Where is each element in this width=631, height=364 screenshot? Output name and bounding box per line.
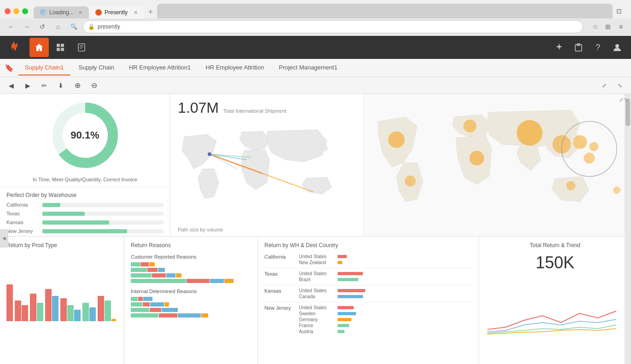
fullscreen-button[interactable]: ⤢: [598, 79, 611, 92]
left-panel-handle[interactable]: ◀: [0, 229, 8, 248]
dashboard: 90.1% In Time, Meet Quality/Quantity, Co…: [0, 94, 631, 364]
close-tab-presently[interactable]: ✕: [134, 10, 138, 16]
flame-icon: [7, 40, 21, 54]
app-bar-right: ?: [551, 39, 625, 56]
toolbar-zoom-out-button[interactable]: ⊖: [88, 79, 100, 92]
browser-tabs: Loading... ✕ Presently ✕ +: [34, 4, 613, 18]
close-button[interactable]: [5, 8, 11, 14]
toolbar-edit-button[interactable]: ✏: [38, 79, 51, 92]
return-wh-table: California United States New Zealand: [258, 252, 479, 336]
sparkle-button[interactable]: [551, 39, 567, 56]
app-nav-icons: [29, 38, 91, 57]
donut-label: In Time, Meet Quality/Quantity, Correct …: [33, 177, 137, 182]
new-tab-button[interactable]: +: [144, 6, 157, 18]
minimize-button[interactable]: [13, 8, 19, 14]
internal-reasons-title: Internal Determined Reasons: [131, 289, 251, 294]
shipment-panel: 1.07M Total International Shipment: [170, 94, 364, 236]
search-button[interactable]: 🔍: [67, 20, 80, 33]
close-tab-loading[interactable]: ✕: [78, 10, 82, 16]
traffic-lights: [5, 8, 28, 14]
warehouse-bar-container: [42, 203, 164, 207]
back-button[interactable]: ←: [5, 20, 18, 33]
svg-point-10: [615, 44, 619, 48]
return-prod-title: Return by Prod Type: [0, 237, 124, 252]
tab-hr-attrition[interactable]: HR Employee Attrition: [199, 60, 270, 75]
grid-nav-button[interactable]: [51, 38, 70, 57]
address-text: presently: [98, 23, 120, 30]
tab-hr-attrition1[interactable]: HR Employee Attrition1: [123, 60, 197, 75]
menu-button[interactable]: ≡: [615, 21, 626, 32]
toolbar: ◀ ▶ ✏ ⬇ ⊕ ⊖ ⤢ ⤡: [0, 77, 631, 94]
bookmark-star-button[interactable]: ☆: [590, 21, 601, 32]
return-prod-panel: Return by Prod Type: [0, 237, 124, 364]
forward-button[interactable]: →: [20, 20, 33, 33]
wh-row-california: California United States New Zealand: [264, 254, 472, 268]
donut-value: 90.1%: [70, 129, 99, 141]
svg-point-32: [589, 142, 598, 151]
browser-actions: ☆ ⊞ ≡: [590, 21, 626, 32]
clipboard-button[interactable]: [570, 39, 587, 56]
fullscreen-exit-button[interactable]: ⤡: [613, 79, 626, 92]
restore-window-button[interactable]: ⊡: [616, 7, 622, 15]
customer-reasons-title: Customer Reported Reasons: [131, 254, 251, 260]
help-button[interactable]: ?: [590, 39, 606, 56]
maximize-button[interactable]: [22, 8, 28, 14]
svg-point-25: [469, 151, 484, 166]
svg-rect-2: [57, 48, 60, 51]
refresh-button[interactable]: ↺: [36, 20, 49, 33]
shipment-map: [170, 118, 363, 225]
expand-icon[interactable]: ⤢⤡: [619, 97, 628, 103]
address-bar[interactable]: 🔒 presently: [83, 20, 583, 33]
warehouse-bar-row: California: [6, 202, 164, 208]
warehouse-bar-container: [42, 212, 164, 216]
browser-nav: ← → ↺ ⌂ 🔍 🔒 presently ☆ ⊞ ≡: [0, 18, 631, 36]
toolbar-next-button[interactable]: ▶: [21, 79, 34, 92]
total-return-panel: Total Return & Trend 150K: [479, 237, 631, 364]
warehouse-bar: [42, 220, 109, 225]
shipment-header: 1.07M Total International Shipment: [170, 94, 363, 118]
svg-point-24: [463, 120, 476, 133]
warehouse-bar: [42, 212, 85, 216]
browser-tab-presently[interactable]: Presently ✕: [89, 6, 144, 18]
svg-point-26: [517, 120, 543, 146]
warehouse-label: California: [6, 202, 39, 208]
book-nav-button[interactable]: [72, 38, 91, 57]
donut-chart: 90.1%: [48, 98, 122, 172]
path-size-label: Path size by volume: [170, 225, 363, 236]
main-content: ◀ 90.1% In Time, Meet Quality/Quantity, …: [0, 94, 631, 364]
svg-point-29: [613, 186, 620, 194]
warehouse-bar: [42, 229, 127, 233]
scrollbar-track[interactable]: [625, 94, 631, 364]
svg-point-28: [567, 181, 576, 190]
svg-point-31: [573, 135, 587, 149]
app-bar: ?: [0, 36, 631, 59]
tab-supply-chain1[interactable]: Supply Chain1: [18, 60, 70, 75]
shipment-label: Total International Shipment: [223, 108, 286, 114]
return-wh-title: Return by WH & Dest Country: [258, 237, 479, 252]
return-wh-panel: Return by WH & Dest Country California U…: [258, 237, 479, 364]
warehouse-bar-container: [42, 229, 164, 233]
return-reasons-title: Return Reasons: [124, 237, 257, 252]
customer-reasons-section: Customer Reported Reasons: [124, 252, 257, 287]
warehouse-title: Perfect Order by Warehouse: [6, 192, 164, 202]
return-reasons-panel: Return Reasons Customer Reported Reasons: [124, 237, 258, 364]
wh-row-kansas: Kansas United States Canada: [264, 288, 472, 302]
user-button[interactable]: [609, 39, 625, 56]
home-nav-button[interactable]: [29, 38, 49, 57]
total-return-title: Total Return & Trend: [479, 237, 631, 250]
browser-tab-loading[interactable]: Loading... ✕: [34, 6, 89, 18]
svg-rect-1: [61, 44, 64, 47]
tab-project-mgmt[interactable]: Project Management1: [272, 60, 344, 75]
extensions-button[interactable]: ⊞: [602, 21, 613, 32]
warehouse-bar-row: New Jersey: [6, 228, 164, 234]
toolbar-download-button[interactable]: ⬇: [54, 79, 67, 92]
browser-chrome: Loading... ✕ Presently ✕ + ⊡ ← → ↺ ⌂ 🔍 🔒…: [0, 0, 631, 36]
svg-point-14: [322, 145, 327, 151]
toolbar-zoom-in-button[interactable]: ⊕: [71, 79, 84, 92]
return-prod-chart: [0, 252, 124, 364]
tab-label-presently: Presently: [105, 9, 128, 16]
toolbar-prev-button[interactable]: ◀: [5, 79, 18, 92]
home-button[interactable]: ⌂: [52, 20, 64, 33]
trend-chart: [479, 275, 631, 364]
tab-supply-chain[interactable]: Supply Chain: [72, 60, 121, 75]
